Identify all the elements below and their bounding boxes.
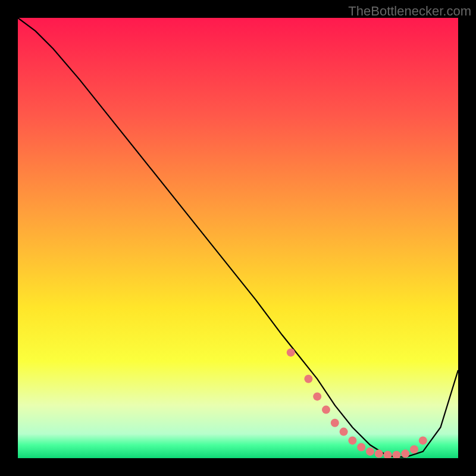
bottleneck-chart — [18, 18, 458, 458]
marker-dot — [304, 375, 312, 383]
marker-dot — [357, 443, 365, 452]
marker-dot — [375, 450, 383, 458]
marker-dot — [410, 445, 418, 453]
watermark-text: TheBottlenecker.com — [348, 4, 471, 19]
marker-dot — [340, 428, 348, 436]
marker-dot — [366, 447, 374, 456]
marker-dot — [348, 436, 356, 444]
marker-dot — [313, 392, 321, 400]
marker-dot — [401, 450, 409, 458]
marker-dot — [419, 436, 427, 444]
marker-dot — [322, 406, 330, 414]
marker-dot — [287, 348, 295, 356]
gradient-background — [18, 18, 458, 458]
marker-dot — [331, 419, 339, 427]
